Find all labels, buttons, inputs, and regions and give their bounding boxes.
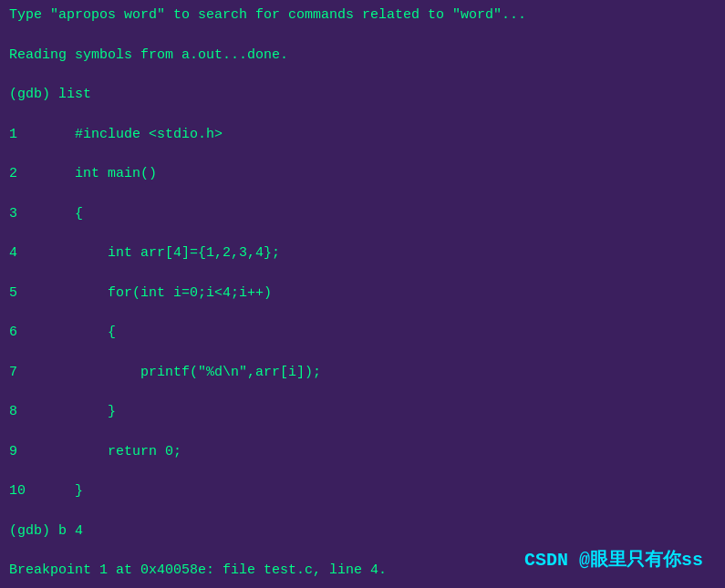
terminal-line: 2 int main() <box>9 164 716 184</box>
terminal-line: (gdb) b 4 <box>9 521 716 542</box>
terminal-content: Type "apropos word" to search for comman… <box>9 5 716 588</box>
terminal-line: 7 printf("%d\n",arr[i]); <box>9 363 716 383</box>
terminal-line: Type "apropos word" to search for comman… <box>9 5 716 26</box>
terminal-window: Type "apropos word" to search for comman… <box>0 0 725 588</box>
terminal-line: 4 int arr[4]={1,2,3,4}; <box>9 243 716 263</box>
terminal-line: 3 { <box>9 204 716 224</box>
watermark: CSDN @眼里只有你ss <box>524 547 703 572</box>
terminal-line: 8 } <box>9 402 716 422</box>
terminal-line: 6 { <box>9 323 716 343</box>
terminal-line: 5 for(int i=0;i<4;i++) <box>9 284 716 304</box>
terminal-line: 9 return 0; <box>9 442 716 462</box>
terminal-line: Reading symbols from a.out...done. <box>9 46 716 66</box>
terminal-line: 10 } <box>9 481 716 501</box>
terminal-line: (gdb) list <box>9 85 716 105</box>
terminal-line: 1 #include <stdio.h> <box>9 125 716 145</box>
